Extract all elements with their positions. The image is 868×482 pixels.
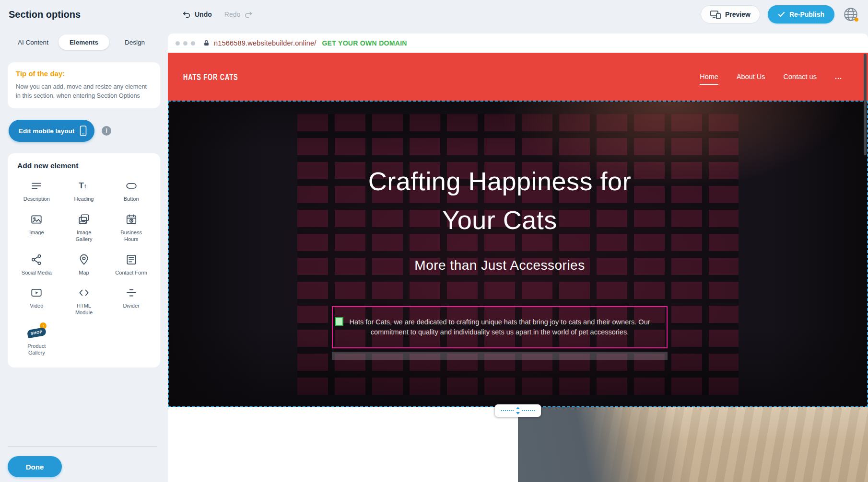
element-business-hours[interactable]: Business Hours — [108, 212, 154, 243]
tip-title: Tip of the day: — [16, 69, 152, 78]
tab-design[interactable]: Design — [109, 34, 160, 50]
description-icon — [30, 179, 43, 193]
image-icon — [30, 212, 43, 227]
nav-more-icon[interactable]: ... — [835, 73, 842, 80]
get-domain-link[interactable]: GET YOUR OWN DOMAIN — [322, 39, 407, 47]
section-resize-handle[interactable] — [495, 404, 541, 417]
element-divider[interactable]: Divider — [108, 286, 154, 316]
done-button[interactable]: Done — [8, 456, 62, 477]
element-heading[interactable]: Tt Heading — [61, 179, 107, 203]
element-label: Product Gallery — [20, 343, 53, 356]
undo-redo-group: Undo Redo — [182, 0, 253, 29]
element-label: Contact Form — [115, 270, 147, 276]
site-preview: n1566589.websitebuilder.online/ GET YOUR… — [168, 34, 868, 482]
element-html-module[interactable]: HTML Module — [61, 286, 107, 316]
selected-text-element[interactable]: Hats for Cats, we are dedicated to craft… — [332, 306, 668, 348]
element-label: Divider — [123, 303, 140, 310]
browser-chrome: n1566589.websitebuilder.online/ GET YOUR… — [168, 34, 868, 53]
undo-label: Undo — [195, 11, 212, 18]
scrollbar[interactable] — [864, 54, 867, 155]
section-options-sidebar: AI Content Elements Design Tip of the da… — [0, 29, 168, 482]
resize-arrows-icon — [516, 406, 520, 415]
element-button[interactable]: Button — [108, 179, 154, 203]
next-section — [168, 407, 868, 482]
tip-body: Now you can add, move and resize any ele… — [16, 82, 152, 100]
redo-label: Redo — [224, 11, 240, 18]
element-grid: Description Tt Heading Button Image Imag… — [13, 179, 154, 356]
nav-contact-us[interactable]: Contact us — [784, 73, 817, 80]
redo-icon — [244, 11, 253, 19]
tip-of-the-day-card: Tip of the day: Now you can add, move an… — [8, 62, 160, 108]
button-icon — [125, 179, 138, 193]
add-element-card: Add new element Description Tt Heading B… — [8, 153, 160, 367]
hero-subtitle[interactable]: More than Just Accessories — [414, 258, 585, 273]
next-section-image — [518, 407, 868, 482]
element-contact-form[interactable]: Contact Form — [108, 252, 154, 276]
edit-mobile-layout-button[interactable]: Edit mobile layout — [9, 120, 94, 142]
element-description[interactable]: Description — [13, 179, 60, 203]
site-header: HATS FOR CATS Home About Us Contact us .… — [168, 53, 868, 101]
next-section-blank — [168, 407, 518, 482]
topbar-actions: Preview Re-Publish — [701, 5, 859, 23]
undo-icon — [182, 11, 191, 19]
element-image[interactable]: Image — [13, 212, 60, 243]
image-gallery-icon — [78, 212, 90, 227]
html-module-icon — [78, 286, 90, 300]
svg-text:t: t — [84, 183, 86, 190]
preview-button[interactable]: Preview — [701, 5, 760, 23]
element-label: Image Gallery — [68, 230, 100, 243]
devices-icon — [710, 10, 721, 19]
site-url[interactable]: n1566589.websitebuilder.online/ — [214, 39, 316, 47]
page-title: Section options — [9, 9, 81, 20]
svg-text:T: T — [79, 181, 84, 191]
info-icon[interactable]: i — [102, 126, 111, 136]
site-canvas: HATS FOR CATS Home About Us Contact us .… — [168, 53, 868, 482]
element-label: Heading — [74, 196, 94, 203]
hero-title[interactable]: Crafting Happiness for Your Cats — [368, 162, 631, 240]
hero-section-selected[interactable]: Crafting Happiness for Your Cats More th… — [168, 101, 868, 407]
redo-button[interactable]: Redo — [224, 11, 253, 19]
tab-elements[interactable]: Elements — [59, 34, 109, 50]
map-pin-icon — [78, 252, 90, 267]
hero-content: Crafting Happiness for Your Cats More th… — [169, 102, 867, 406]
resize-dotline — [501, 410, 514, 411]
product-gallery-icon: ↑ SHOP — [27, 326, 46, 340]
language-globe-button[interactable] — [842, 6, 859, 23]
topbar: Section options Undo Redo Preview Re-Pub… — [0, 0, 868, 29]
preview-label: Preview — [725, 11, 751, 18]
element-drag-handle[interactable] — [335, 317, 343, 326]
window-controls — [176, 41, 195, 46]
add-element-title: Add new element — [17, 161, 154, 170]
video-icon — [30, 286, 43, 300]
undo-button[interactable]: Undo — [182, 11, 212, 19]
element-label: Social Media — [22, 270, 52, 276]
nav-about-us[interactable]: About Us — [737, 73, 765, 80]
element-label: Button — [124, 196, 139, 203]
element-label: Business Hours — [115, 230, 148, 243]
element-label: Description — [23, 196, 50, 203]
check-icon — [778, 11, 785, 17]
element-video[interactable]: Video — [13, 286, 60, 316]
notification-dot — [855, 18, 858, 22]
hero-paragraph: Hats for Cats, we are dedicated to craft… — [337, 317, 663, 337]
republish-label: Re-Publish — [789, 11, 824, 18]
nav-home[interactable]: Home — [700, 73, 718, 80]
social-media-icon — [30, 252, 43, 267]
element-label: Map — [79, 270, 89, 276]
sidebar-divider — [8, 446, 157, 447]
site-logo: HATS FOR CATS — [183, 72, 238, 82]
element-image-gallery[interactable]: Image Gallery — [61, 212, 107, 243]
tab-ai-content[interactable]: AI Content — [8, 34, 59, 50]
element-product-gallery[interactable]: ↑ SHOP Product Gallery — [13, 326, 60, 356]
site-nav: Home About Us Contact us ... — [700, 73, 842, 80]
heading-icon: Tt — [78, 179, 90, 193]
resize-dotline — [522, 410, 535, 411]
element-social-media[interactable]: Social Media — [13, 252, 60, 276]
phone-icon — [80, 126, 87, 136]
contact-form-icon — [125, 252, 138, 267]
element-map[interactable]: Map — [61, 252, 107, 276]
element-label: Image — [29, 230, 44, 236]
shop-tag: SHOP — [27, 327, 47, 338]
business-hours-icon — [125, 212, 138, 227]
republish-button[interactable]: Re-Publish — [768, 5, 834, 23]
